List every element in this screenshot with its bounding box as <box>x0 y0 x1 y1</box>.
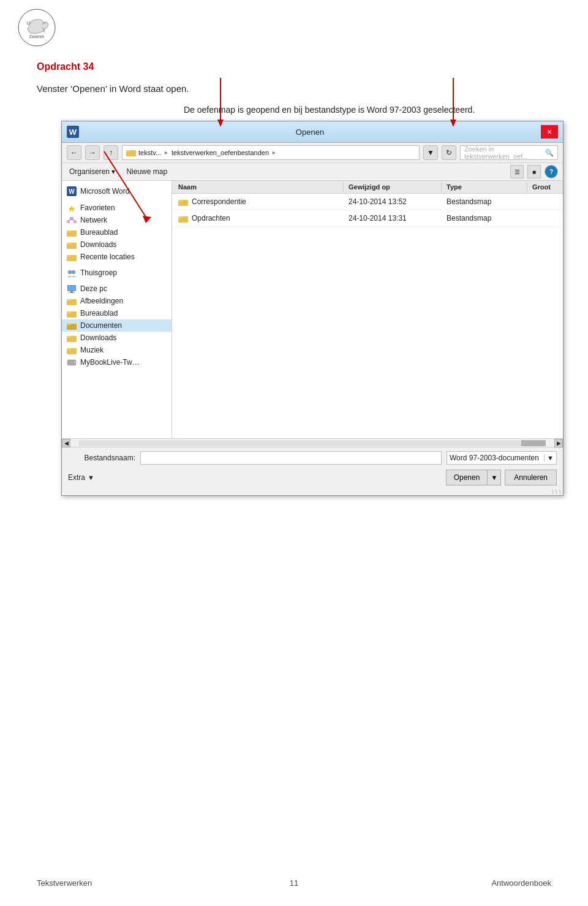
windows-dialog: W Openen × ← → ↑ tekstv... ► <box>61 121 564 496</box>
sidebar-item-netwerk[interactable]: Netwerk <box>62 214 172 226</box>
column-size[interactable]: Groot <box>527 182 556 192</box>
refresh-button[interactable]: ↻ <box>442 145 456 160</box>
svg-rect-13 <box>70 217 74 219</box>
folder-icon <box>67 229 77 237</box>
sidebar-label: MyBookLive-Tw… <box>80 358 140 367</box>
open-dropdown-button[interactable]: ▼ <box>487 470 501 485</box>
svg-rect-28 <box>70 291 73 292</box>
sidebar-label: Favorieten <box>80 204 115 212</box>
svg-rect-37 <box>67 336 71 338</box>
dialog-toolbar-actions: Organiseren ▾ Nieuwe map ☰ ■ ? <box>62 163 563 181</box>
footer-buttons: Extra ▼ Openen ▼ Annuleren <box>68 468 557 485</box>
svg-rect-21 <box>67 243 71 245</box>
intro-text: Venster ‘Openen’ in Word staat open. <box>37 83 551 94</box>
sidebar-label: Microsoft Word <box>80 187 129 196</box>
file-type: Bestandsmap <box>442 196 527 207</box>
folder-icon <box>67 322 77 330</box>
breadcrumb[interactable]: tekstv... ► tekstverwerken_oefenbestande… <box>122 145 420 160</box>
scrollbar-thumb[interactable] <box>521 440 546 446</box>
forward-button[interactable]: → <box>85 145 100 160</box>
svg-rect-35 <box>67 324 71 325</box>
breadcrumb-sep1: ► <box>164 150 169 156</box>
breadcrumb-folder-icon <box>126 148 136 158</box>
dialog-title: Openen <box>79 128 541 137</box>
sidebar-item-recente-locaties[interactable]: Recente locaties <box>62 251 172 263</box>
up-button[interactable]: ↑ <box>104 145 118 160</box>
sidebar-item-deze-pc[interactable]: Deze pc <box>62 283 172 295</box>
svg-rect-14 <box>67 221 70 223</box>
word-icon: W <box>67 186 77 196</box>
footer-center: 11 <box>208 878 380 888</box>
file-name: Opdrachten <box>192 214 230 223</box>
folder-icon <box>67 334 77 342</box>
svg-rect-29 <box>69 292 75 293</box>
sidebar-item-thuisgroep[interactable]: Thuisgroep <box>62 267 172 279</box>
scroll-right-btn[interactable]: ▶ <box>554 439 563 447</box>
column-name[interactable]: Naam <box>172 182 344 192</box>
logo: Uitgeverij De Twee Zwanen <box>12 6 61 51</box>
dialog-close-button[interactable]: × <box>541 125 558 139</box>
dropdown-button[interactable]: ▼ <box>423 145 438 160</box>
extra-dropdown-arrow[interactable]: ▼ <box>88 474 94 481</box>
svg-marker-12 <box>68 205 75 212</box>
folder-icon <box>67 310 77 318</box>
open-button-split: Openen ▼ <box>446 470 502 485</box>
dialog-sidebar: W Microsoft Word Favorieten Netwerk <box>62 181 172 438</box>
sidebar-item-muziek[interactable]: Muziek <box>62 344 172 356</box>
horizontal-scrollbar[interactable]: ◀ ▶ <box>62 438 563 447</box>
sidebar-item-documenten[interactable]: Documenten <box>62 319 172 332</box>
filetype-value: Word 97-2003-documenten <box>447 454 544 462</box>
svg-rect-39 <box>67 348 71 350</box>
dialog-footer: Bestandsnaam: Word 97-2003-documenten ▼ … <box>62 447 563 489</box>
search-placeholder: Zoeken in tekstverwerken_oef... <box>464 145 545 160</box>
file-size <box>527 217 537 219</box>
sidebar-item-bureaublad-2[interactable]: Bureaublad <box>62 307 172 319</box>
filename-input[interactable] <box>140 451 442 465</box>
organize-button[interactable]: Organiseren ▾ <box>67 166 118 177</box>
folder-icon <box>67 241 77 249</box>
sidebar-label: Bureaublad <box>80 309 118 318</box>
sidebar-item-microsoft-word[interactable]: W Microsoft Word <box>62 185 172 198</box>
sidebar-label: Documenten <box>80 321 122 330</box>
annotation-top: De oefenmap is geopend en bij bestandsty… <box>184 105 551 115</box>
dialog-file-list: Naam Gewijzigd op Type Groot Corresponde… <box>172 181 563 438</box>
new-folder-button[interactable]: Nieuwe map <box>124 166 170 177</box>
svg-rect-45 <box>178 216 183 218</box>
help-button[interactable]: ? <box>545 165 558 178</box>
svg-point-41 <box>74 361 76 364</box>
sidebar-item-downloads-2[interactable]: Downloads <box>62 332 172 344</box>
footer-right: Antwoordenboek <box>380 878 551 888</box>
scroll-left-btn[interactable]: ◀ <box>62 439 70 447</box>
footer-left: Tekstverwerken <box>37 878 208 888</box>
sidebar-item-downloads-1[interactable]: Downloads <box>62 238 172 251</box>
footer-filename-row: Bestandsnaam: Word 97-2003-documenten ▼ <box>68 451 557 465</box>
table-row[interactable]: Correspondentie 24-10-2014 13:52 Bestand… <box>172 194 563 210</box>
sidebar-label: Downloads <box>80 240 116 249</box>
sidebar-item-bureaublad-1[interactable]: Bureaublad <box>62 226 172 238</box>
search-box[interactable]: Zoeken in tekstverwerken_oef... 🔍 <box>460 145 558 160</box>
file-name: Correspondentie <box>192 197 246 206</box>
view-details-button[interactable]: ☰ <box>510 165 524 178</box>
search-icon: 🔍 <box>545 149 554 157</box>
cancel-button[interactable]: Annuleren <box>505 470 557 485</box>
sidebar-label: Recente locaties <box>80 253 135 261</box>
table-row[interactable]: Opdrachten 24-10-2014 13:31 Bestandsmap <box>172 210 563 227</box>
sidebar-item-favorieten[interactable]: Favorieten <box>62 202 172 214</box>
open-button[interactable]: Openen <box>446 470 488 485</box>
view-toggle-button[interactable]: ■ <box>527 165 541 178</box>
folder-icon <box>67 346 77 354</box>
sidebar-label: Muziek <box>80 346 104 354</box>
sidebar-item-mybooklive[interactable]: MyBookLive-Tw… <box>62 356 172 368</box>
column-type[interactable]: Type <box>442 182 527 192</box>
column-modified[interactable]: Gewijzigd op <box>344 182 442 192</box>
back-button[interactable]: ← <box>67 145 81 160</box>
filetype-dropdown-arrow[interactable]: ▼ <box>544 454 556 462</box>
sidebar-item-afbeeldingen[interactable]: Afbeeldingen <box>62 295 172 307</box>
svg-point-24 <box>68 270 72 274</box>
recent-icon <box>67 253 77 261</box>
opdracht-title: Opdracht 34 <box>37 61 551 72</box>
svg-rect-27 <box>68 286 75 291</box>
filename-label: Bestandsnaam: <box>68 454 135 462</box>
sidebar-label: Deze pc <box>80 284 107 293</box>
resize-grip: ∖∖∖ <box>62 489 563 495</box>
